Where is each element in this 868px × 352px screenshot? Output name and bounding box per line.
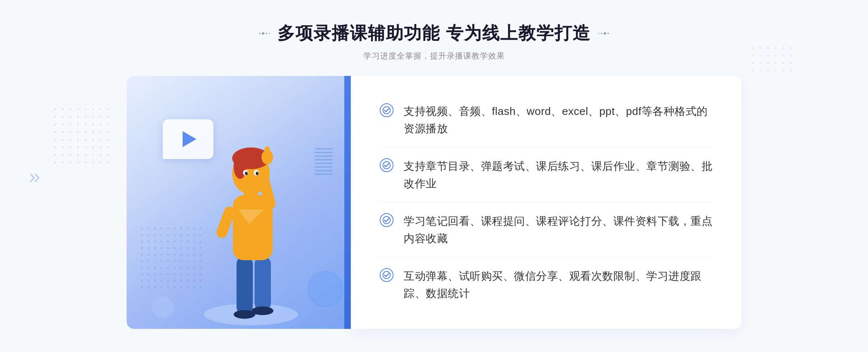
left-illustration-panel — [127, 76, 351, 329]
feature-item-4: 互动弹幕、试听购买、微信分享、观看次数限制、学习进度跟踪、数据统计 — [380, 260, 712, 309]
content-area: 支持视频、音频、flash、word、excel、ppt、pdf等各种格式的资源… — [127, 76, 741, 329]
bg-dots-top-right — [752, 47, 796, 76]
svg-rect-1 — [237, 257, 253, 314]
chevron-left-decoration: » — [29, 164, 40, 188]
bg-dots-left — [54, 108, 113, 167]
illustration-figure — [190, 119, 312, 329]
divider-2 — [380, 202, 712, 202]
feature-text-1: 支持视频、音频、flash、word、excel、ppt、pdf等各种格式的资源… — [404, 103, 712, 137]
feature-text-2: 支持章节目录、弹题考试、课后练习、课后作业、章节测验、批改作业 — [404, 158, 712, 192]
vertical-accent-bar — [344, 76, 351, 329]
feature-item-3: 学习笔记回看、课程提问、课程评论打分、课件资料下载，重点内容收藏 — [380, 205, 712, 254]
feature-text-3: 学习笔记回看、课程提问、课程评论打分、课件资料下载，重点内容收藏 — [404, 213, 712, 247]
svg-point-14 — [245, 172, 248, 175]
checkmark-svg-3 — [383, 216, 391, 224]
svg-rect-2 — [255, 257, 271, 311]
checkmark-svg-1 — [383, 106, 391, 114]
page-subtitle: 学习进度全掌握，提升录播课教学效果 — [259, 51, 609, 61]
check-icon-1 — [380, 103, 393, 117]
feature-item-2: 支持章节目录、弹题考试、课后练习、课后作业、章节测验、批改作业 — [380, 150, 712, 199]
page-title: 多项录播课辅助功能 专为线上教学打造 — [277, 22, 590, 45]
right-decorator — [598, 32, 609, 35]
divider-1 — [380, 147, 712, 147]
page-container: » 多项录播课辅助功能 专为线上教学打造 学习进度全掌握，提升录播课教学效果 — [0, 0, 868, 352]
svg-point-4 — [252, 306, 273, 315]
check-icon-2 — [380, 158, 393, 172]
divider-3 — [380, 257, 712, 258]
person-svg — [190, 119, 312, 329]
checkmark-svg-4 — [383, 271, 391, 279]
svg-point-15 — [256, 172, 259, 175]
feature-item-1: 支持视频、音频、flash、word、excel、ppt、pdf等各种格式的资源… — [380, 95, 712, 145]
stripe-decoration — [315, 148, 333, 192]
right-features-panel: 支持视频、音频、flash、word、excel、ppt、pdf等各种格式的资源… — [351, 76, 741, 329]
left-decorator — [259, 32, 270, 35]
svg-rect-17 — [265, 146, 270, 159]
check-icon-3 — [380, 213, 393, 227]
feature-text-4: 互动弹幕、试听购买、微信分享、观看次数限制、学习进度跟踪、数据统计 — [404, 267, 712, 302]
circle-decoration-1 — [307, 271, 344, 307]
check-icon-4 — [380, 268, 393, 282]
checkmark-svg-2 — [383, 161, 391, 169]
header-title-row: 多项录播课辅助功能 专为线上教学打造 — [259, 22, 609, 45]
header-section: 多项录播课辅助功能 专为线上教学打造 学习进度全掌握，提升录播课教学效果 — [259, 0, 609, 72]
circle-decoration-2 — [152, 296, 174, 318]
